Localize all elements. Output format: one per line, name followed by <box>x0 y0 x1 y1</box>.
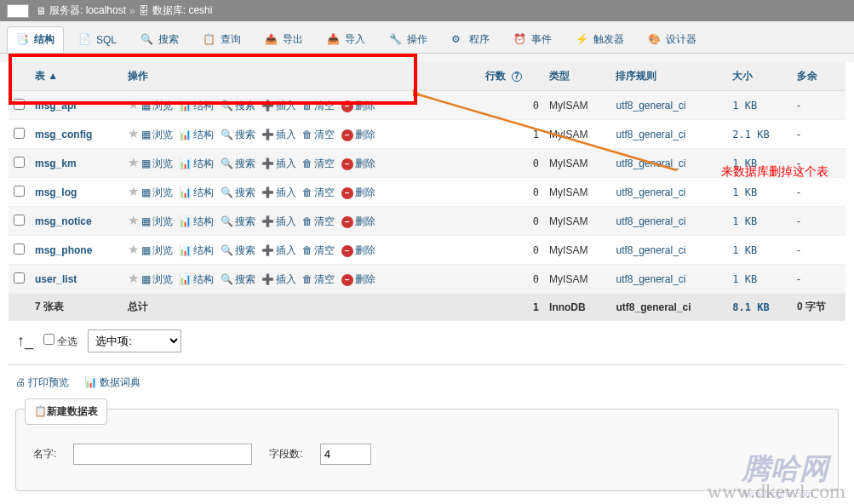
drop-link[interactable]: –删除 <box>341 157 375 171</box>
structure-link[interactable]: 📊结构 <box>179 157 214 171</box>
check-all[interactable]: 全选 <box>43 334 77 349</box>
drop-link[interactable]: –删除 <box>341 215 375 229</box>
with-selected-dropdown[interactable]: 选中项: <box>88 329 181 352</box>
empty-link[interactable]: 🗑清空 <box>302 128 335 142</box>
table-name-link[interactable]: msg_api <box>35 100 77 112</box>
search-link[interactable]: 🔍搜索 <box>221 215 255 229</box>
search-link[interactable]: 🔍搜索 <box>221 99 255 113</box>
table-name-link[interactable]: msg_phone <box>35 244 92 256</box>
structure-link[interactable]: 📊结构 <box>179 215 214 229</box>
browse-link[interactable]: ▦浏览 <box>141 186 173 200</box>
star-icon[interactable]: ★ <box>128 242 139 256</box>
empty-link[interactable]: 🗑清空 <box>302 272 335 287</box>
browse-link[interactable]: ▦浏览 <box>141 215 173 229</box>
col-type[interactable]: 类型 <box>544 62 610 91</box>
drop-link[interactable]: –删除 <box>341 99 375 113</box>
row-checkbox[interactable] <box>14 128 25 139</box>
col-table[interactable]: 表 ▲ <box>30 62 123 91</box>
drop-link[interactable]: –删除 <box>341 243 375 258</box>
new-table-button[interactable]: 📋新建数据表 <box>25 398 107 425</box>
row-checkbox[interactable] <box>14 272 25 284</box>
help-icon[interactable]: ? <box>512 72 522 82</box>
new-table-cols-input[interactable] <box>320 444 371 465</box>
structure-icon: 📊 <box>179 273 192 285</box>
insert-link[interactable]: ➕插入 <box>261 272 296 287</box>
browse-link[interactable]: ▦浏览 <box>141 128 173 142</box>
row-checkbox[interactable] <box>14 215 25 226</box>
col-collation[interactable]: 排序规则 <box>610 62 727 91</box>
tab-sql[interactable]: 📄SQL <box>69 26 126 53</box>
back-button[interactable]: ← <box>7 4 29 18</box>
tab-structure[interactable]: 📑结构 <box>7 26 64 53</box>
structure-link[interactable]: 📊结构 <box>179 243 214 258</box>
summary-overhead: 0 字节 <box>792 294 845 321</box>
table-name-link[interactable]: user_list <box>35 273 77 285</box>
empty-link[interactable]: 🗑清空 <box>302 186 335 200</box>
search-link[interactable]: 🔍搜索 <box>221 272 255 287</box>
table-name-link[interactable]: msg_km <box>35 158 77 169</box>
search-link[interactable]: 🔍搜索 <box>221 128 255 142</box>
row-checkbox[interactable] <box>14 99 25 110</box>
structure-link[interactable]: 📊结构 <box>179 99 214 113</box>
tab-query[interactable]: 📋查询 <box>193 26 250 53</box>
empty-link[interactable]: 🗑清空 <box>302 157 335 171</box>
breadcrumb-database[interactable]: 数据库: ceshi <box>152 3 213 18</box>
table-name-link[interactable]: msg_notice <box>35 215 92 227</box>
data-dictionary-link[interactable]: 📊 数据词典 <box>84 376 140 388</box>
drop-icon: – <box>341 158 353 170</box>
table-name-link[interactable]: msg_config <box>35 129 92 140</box>
search-link[interactable]: 🔍搜索 <box>221 243 255 258</box>
table-name-link[interactable]: msg_log <box>35 186 77 198</box>
insert-link[interactable]: ➕插入 <box>261 215 296 229</box>
star-icon[interactable]: ★ <box>128 155 139 169</box>
drop-link[interactable]: –删除 <box>341 272 375 287</box>
structure-link[interactable]: 📊结构 <box>179 128 214 142</box>
row-checkbox[interactable] <box>14 157 25 168</box>
star-icon[interactable]: ★ <box>128 213 139 227</box>
insert-icon: ➕ <box>261 100 274 112</box>
row-checkbox[interactable] <box>14 186 25 197</box>
col-overhead[interactable]: 多余 <box>792 62 845 91</box>
tabs-bar: 📑结构 📄SQL 🔍搜索 📋查询 📤导出 📥导入 🔧操作 ⚙程序 ⏰事件 ⚡触发… <box>0 21 854 54</box>
drop-link[interactable]: –删除 <box>341 128 375 142</box>
tab-designer[interactable]: 🎨设计器 <box>639 26 706 53</box>
col-size[interactable]: 大小 <box>727 62 792 91</box>
insert-link[interactable]: ➕插入 <box>261 99 296 113</box>
insert-link[interactable]: ➕插入 <box>261 157 296 171</box>
print-preview-link[interactable]: 🖨 打印预览 <box>15 376 69 388</box>
browse-link[interactable]: ▦浏览 <box>141 272 173 287</box>
insert-link[interactable]: ➕插入 <box>261 128 296 142</box>
designer-icon: 🎨 <box>648 33 662 47</box>
browse-link[interactable]: ▦浏览 <box>141 157 173 171</box>
tab-search[interactable]: 🔍搜索 <box>131 26 188 53</box>
tab-procedures[interactable]: ⚙程序 <box>442 26 499 53</box>
star-icon[interactable]: ★ <box>128 184 139 198</box>
tab-import[interactable]: 📥导入 <box>318 26 375 53</box>
star-icon[interactable]: ★ <box>128 126 139 140</box>
search-link[interactable]: 🔍搜索 <box>221 186 255 200</box>
tab-operations[interactable]: 🔧操作 <box>380 26 437 53</box>
star-icon[interactable]: ★ <box>128 271 139 285</box>
drop-link[interactable]: –删除 <box>341 186 375 200</box>
tab-events[interactable]: ⏰事件 <box>504 26 561 53</box>
empty-link[interactable]: 🗑清空 <box>302 99 335 113</box>
new-table-name-input[interactable] <box>73 444 252 465</box>
structure-link[interactable]: 📊结构 <box>179 272 214 287</box>
empty-link[interactable]: 🗑清空 <box>302 215 335 229</box>
search-link[interactable]: 🔍搜索 <box>221 157 255 171</box>
row-checkbox[interactable] <box>14 243 25 255</box>
col-rows[interactable]: 行数 ? <box>480 62 545 91</box>
star-icon[interactable]: ★ <box>128 97 139 112</box>
row-count: 0 <box>480 178 545 207</box>
insert-link[interactable]: ➕插入 <box>261 243 296 258</box>
browse-link[interactable]: ▦浏览 <box>141 243 173 258</box>
tab-triggers[interactable]: ⚡触发器 <box>566 26 633 53</box>
browse-link[interactable]: ▦浏览 <box>141 99 173 113</box>
tab-export[interactable]: 📤导出 <box>255 26 312 53</box>
breadcrumb-sep: » <box>129 5 135 17</box>
structure-link[interactable]: 📊结构 <box>179 186 214 200</box>
breadcrumb-server[interactable]: 服务器: localhost <box>49 3 126 18</box>
insert-link[interactable]: ➕插入 <box>261 186 296 200</box>
empty-link[interactable]: 🗑清空 <box>302 243 335 258</box>
check-all-box[interactable] <box>43 334 54 345</box>
